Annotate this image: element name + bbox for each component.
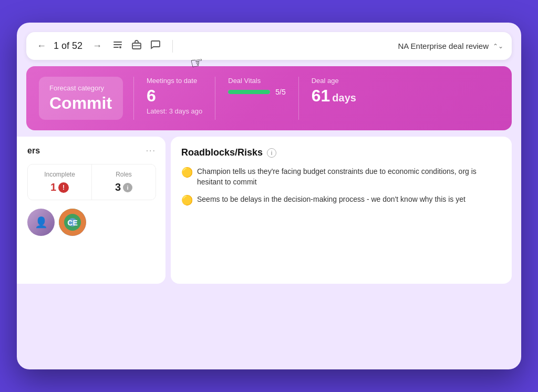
back-arrow-button[interactable]: ← [35,38,48,54]
deal-age-unit: days [332,92,356,104]
nav-left-group: ← 1 of 52 → [35,38,104,54]
view-selector-dropdown[interactable]: NA Enterprise deal review ⌃⌄ [398,42,503,50]
deal-vitals-card: Deal Vitals 5/5 [215,77,298,120]
svg-point-3 [119,46,121,48]
chat-icon[interactable] [148,37,163,55]
dropdown-label: NA Enterprise deal review [398,42,489,50]
deal-vitals-score: 5/5 [275,88,285,96]
forward-arrow-button[interactable]: → [90,38,104,54]
roadblock-text-2: Seems to be delays in the decision-makin… [197,194,465,205]
left-card: ers ··· Incomplete 1 ! Roles 3 i [17,137,165,284]
progress-bar-background [228,90,270,94]
briefcase-icon[interactable] [129,37,144,55]
nav-icon-group [110,37,163,55]
card-menu-button[interactable]: ··· [146,146,156,156]
avatar-2-image: CE [59,209,86,236]
forecast-value: Commit [49,94,112,112]
dropdown-arrow-icon: ⌃⌄ [493,43,503,50]
bottom-cards-area: ers ··· Incomplete 1 ! Roles 3 i [26,137,512,284]
avatar-1-image: 👤 [27,209,55,236]
warning-icon: ! [58,182,69,193]
page-counter: 1 of 52 [54,40,85,51]
roadblock-item-2: 🟡 Seems to be delays in the decision-mak… [181,194,501,207]
roadblocks-title-row: Roadblocks/Risks i [181,147,501,158]
navigation-bar: ← 1 of 52 → [26,32,512,60]
deal-vitals-progress: 5/5 [228,88,285,96]
meetings-sub: Latest: 3 days ago [147,107,202,115]
incomplete-stat: Incomplete 1 ! [28,164,92,200]
roles-label: Roles [98,171,149,178]
deal-vitals-label: Deal Vitals [228,77,285,85]
roadblock-item-1: 🟡 Champion tells us they're facing budge… [181,167,501,187]
meetings-value: 6 [147,87,202,105]
svg-text:CE: CE [67,219,77,227]
roles-info-icon[interactable]: i [123,183,132,192]
deal-age-value: 61 [312,87,330,105]
avatar-2: CE [59,209,86,236]
incomplete-label: Incomplete [34,171,85,178]
forecast-category-card: Forecast category Commit [39,77,123,120]
deal-age-card: Deal age 61 days [298,77,356,120]
list-icon[interactable] [110,37,125,55]
device-frame: ← 1 of 52 → [17,23,521,369]
roles-stat: Roles 3 i [92,164,156,200]
forecast-label: Forecast category [49,84,112,92]
roadblock-text-1: Champion tells us they're facing budget … [197,167,501,187]
nav-right-group: NA Enterprise deal review ⌃⌄ [182,42,503,50]
roadblocks-info-icon[interactable]: i [267,148,276,158]
avatar-1: 👤 [27,209,55,236]
avatars-row: 👤 CE [27,209,156,236]
deal-age-label: Deal age [312,77,356,85]
yellow-dot-icon-2: 🟡 [181,194,193,207]
card-title-row: ers ··· [27,146,156,156]
roadblocks-title: Roadblocks/Risks [181,147,263,158]
card-title: ers [27,146,40,156]
incomplete-value: 1 ! [34,181,85,193]
progress-bar-fill [228,90,270,94]
card-stats-row: Incomplete 1 ! Roles 3 i [27,164,156,200]
roadblocks-card: Roadblocks/Risks i 🟡 Champion tells us t… [171,137,512,284]
meetings-card: Meetings to date 6 Latest: 3 days ago [133,77,215,120]
stats-banner: Forecast category Commit Meetings to dat… [26,66,512,130]
yellow-dot-icon-1: 🟡 [181,166,193,179]
roles-value: 3 i [98,181,149,193]
nav-divider [172,40,173,53]
meetings-label: Meetings to date [147,77,202,85]
